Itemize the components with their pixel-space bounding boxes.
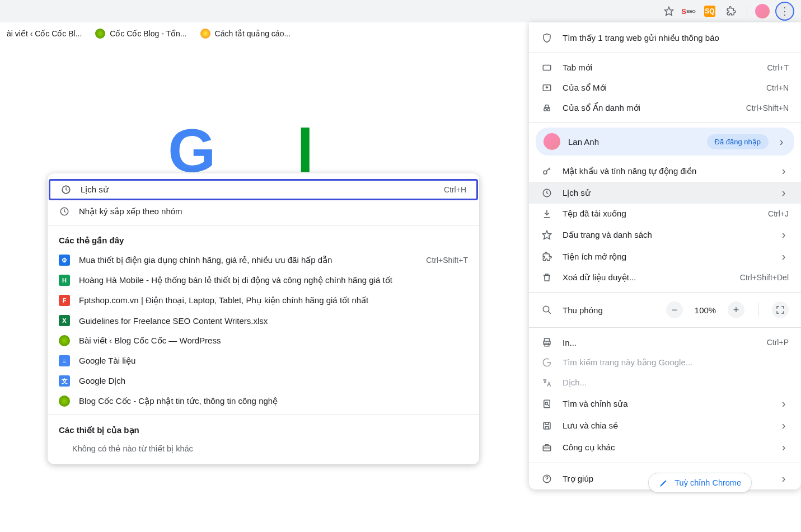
menu-label: Dấu trang và danh sách <box>563 230 769 240</box>
recent-tab-item[interactable]: ⚙ Mua thiết bị điện gia dụng chính hãng,… <box>48 250 479 270</box>
site-favicon: 文 <box>59 375 70 387</box>
fullscreen-button[interactable] <box>772 302 789 318</box>
chevron-right-icon <box>779 186 789 199</box>
svg-point-10 <box>543 306 549 312</box>
print-item[interactable]: In... Ctrl+P <box>529 332 801 352</box>
extension-seo-icon[interactable]: SSEO <box>681 3 696 19</box>
bookmark-item[interactable]: ài viết ‹ Cốc Cốc Bl... <box>7 29 82 38</box>
extensions-item[interactable]: Tiện ích mở rộng <box>529 246 801 267</box>
history-menu-item[interactable]: Lịch sử <box>529 182 801 204</box>
google-search-page-item[interactable]: Tìm kiếm trang này bằng Google... <box>529 352 801 373</box>
menu-label: Tab mới <box>563 63 757 73</box>
bookmark-item[interactable]: Cách tắt quảng cáo... <box>200 29 291 39</box>
translate-icon <box>541 377 552 388</box>
passwords-item[interactable]: Mật khẩu và tính năng tự động điền <box>529 160 801 182</box>
menu-label: Lịch sử <box>563 188 769 198</box>
bookmarks-item[interactable]: Dấu trang và danh sách <box>529 224 801 246</box>
shield-icon <box>541 32 552 44</box>
save-share-item[interactable]: Lưu và chia sẻ <box>529 415 801 436</box>
save-icon <box>541 420 552 431</box>
translate-item[interactable]: Dịch... <box>529 373 801 393</box>
menu-label: Dịch... <box>563 378 789 388</box>
menu-shortcut: Ctrl+J <box>768 209 789 218</box>
recent-tabs-title: Các thẻ gần đây <box>48 229 479 250</box>
history-icon <box>60 184 72 195</box>
svg-point-5 <box>544 109 547 111</box>
browser-toolbar: SSEO SQ <box>0 0 801 22</box>
recent-tab-item[interactable]: H Hoàng Hà Mobile - Hệ thống bán lẻ thiế… <box>48 270 479 290</box>
pencil-icon <box>659 478 669 488</box>
bookmark-label: Cách tắt quảng cáo... <box>215 29 291 38</box>
download-icon <box>541 208 552 219</box>
history-item-label: Lịch sử <box>81 185 435 195</box>
zoom-row: Thu phóng − 100% + <box>529 297 801 323</box>
recent-tab-item[interactable]: Bài viết ‹ Blog Cốc Cốc — WordPress <box>48 331 479 351</box>
chevron-right-icon <box>776 135 786 148</box>
chevron-right-icon <box>779 472 789 485</box>
menu-shortcut: Ctrl+Shift+N <box>746 103 789 112</box>
recent-tab-label: Google Tài liệu <box>79 356 468 366</box>
chevron-right-icon <box>779 164 789 177</box>
svg-rect-14 <box>544 400 550 408</box>
recent-tab-item[interactable]: ≡ Google Tài liệu <box>48 351 479 371</box>
new-window-item[interactable]: Cửa sổ Mới Ctrl+N <box>529 78 801 98</box>
recent-tab-label: Guidelines for Freelance SEO Content Wri… <box>79 316 468 326</box>
extension-sq-icon[interactable]: SQ <box>702 3 718 19</box>
notification-notice[interactable]: Tìm thấy 1 trang web gửi nhiều thông báo <box>529 28 801 48</box>
more-menu-button[interactable] <box>775 2 794 21</box>
recent-tab-shortcut: Ctrl+Shift+T <box>426 256 468 265</box>
find-edit-item[interactable]: Tìm và chỉnh sửa <box>529 393 801 415</box>
user-account-item[interactable]: Lan Anh Đã đăng nhập <box>536 128 794 156</box>
recent-tab-item[interactable]: F Fptshop.com.vn | Điện thoại, Laptop, T… <box>48 290 479 310</box>
extensions-icon[interactable] <box>723 3 739 19</box>
svg-point-7 <box>544 171 547 174</box>
menu-label: Tiện ích mở rộng <box>563 252 769 262</box>
history-icon <box>541 187 552 199</box>
recent-tab-item[interactable]: 文 Google Dịch <box>48 371 479 391</box>
devices-title: Các thiết bị của bạn <box>48 418 479 440</box>
svg-marker-0 <box>665 7 673 16</box>
help-icon <box>541 473 552 484</box>
trash-icon <box>541 272 552 283</box>
clear-data-item[interactable]: Xoá dữ liệu duyệt... Ctrl+Shift+Del <box>529 267 801 288</box>
menu-label: Tệp đã tải xuống <box>563 209 758 219</box>
bookmark-favicon <box>95 29 105 39</box>
notice-label: Tìm thấy 1 trang web gửi nhiều thông báo <box>563 33 789 43</box>
more-tools-item[interactable]: Công cụ khác <box>529 436 801 458</box>
history-item-label: Nhật ký sắp xếp theo nhóm <box>79 206 468 216</box>
toolbox-icon <box>541 442 552 453</box>
chevron-right-icon <box>779 228 789 241</box>
menu-label: Cửa sổ Ẩn danh mới <box>563 103 736 113</box>
new-tab-item[interactable]: Tab mới Ctrl+T <box>529 58 801 78</box>
profile-avatar[interactable] <box>755 4 770 18</box>
bookmark-label: Cốc Cốc Blog - Tổn... <box>110 29 186 38</box>
bookmark-item[interactable]: Cốc Cốc Blog - Tổn... <box>95 29 186 39</box>
key-icon <box>541 166 552 177</box>
zoom-label: Thu phóng <box>563 305 656 315</box>
zoom-out-button[interactable]: − <box>666 302 683 318</box>
downloads-item[interactable]: Tệp đã tải xuống Ctrl+J <box>529 204 801 224</box>
customize-chrome-button[interactable]: Tuỳ chỉnh Chrome <box>648 473 752 493</box>
incognito-item[interactable]: Cửa sổ Ẩn danh mới Ctrl+Shift+N <box>529 98 801 118</box>
menu-label: Công cụ khác <box>563 442 769 453</box>
puzzle-icon <box>541 251 552 262</box>
recent-tab-item[interactable]: Blog Cốc Cốc - Cập nhật tin tức, thông t… <box>48 391 479 411</box>
incognito-icon <box>541 102 552 114</box>
google-icon <box>541 357 552 368</box>
history-submenu: Lịch sử Ctrl+H Nhật ký sắp xếp theo nhóm… <box>48 173 479 464</box>
recent-tab-label: Blog Cốc Cốc - Cập nhật tin tức, thông t… <box>79 396 468 406</box>
divider <box>529 53 801 53</box>
site-favicon: ≡ <box>59 355 70 366</box>
divider <box>529 463 801 463</box>
history-item[interactable]: Lịch sử Ctrl+H <box>49 179 478 200</box>
site-favicon: F <box>59 295 70 306</box>
recent-tab-item[interactable]: X Guidelines for Freelance SEO Content W… <box>48 310 479 331</box>
svg-point-6 <box>547 109 550 111</box>
zoom-in-button[interactable]: + <box>728 302 744 318</box>
history-groups-item[interactable]: Nhật ký sắp xếp theo nhóm <box>48 201 479 222</box>
divider <box>529 327 801 328</box>
bookmark-star-icon[interactable] <box>663 5 675 17</box>
menu-label: Xoá dữ liệu duyệt... <box>563 272 730 283</box>
window-icon <box>541 82 552 93</box>
star-icon <box>541 229 552 241</box>
